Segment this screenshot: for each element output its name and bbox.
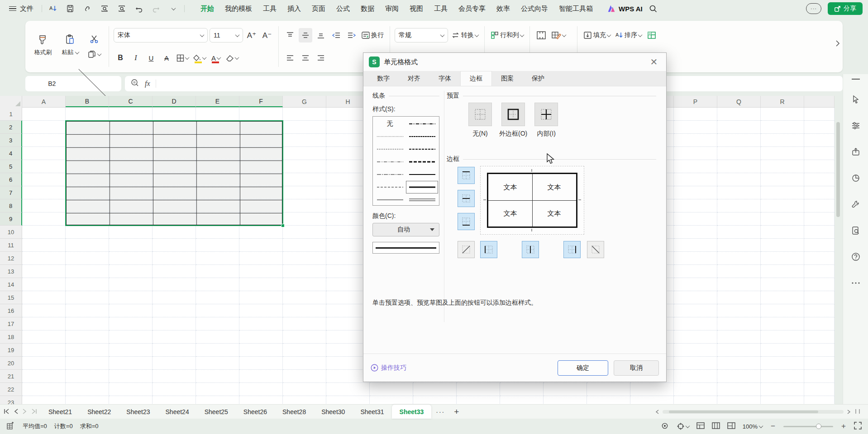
grid-cell[interactable] — [457, 383, 500, 396]
pin-icon[interactable] — [81, 3, 94, 14]
preset-outline[interactable]: 外边框(O) — [499, 103, 527, 138]
grid-cell[interactable] — [196, 147, 239, 160]
dialog-titlebar[interactable]: S 单元格格式 ✕ — [363, 53, 666, 71]
grid-cell[interactable] — [239, 147, 283, 160]
cell-style-button[interactable] — [550, 28, 567, 42]
horizontal-scrollbar[interactable] — [663, 410, 844, 414]
grid-cell[interactable] — [761, 265, 804, 278]
grid-cell[interactable] — [109, 344, 153, 357]
align-center-button[interactable] — [299, 51, 312, 65]
save-icon[interactable] — [64, 3, 76, 14]
wps-ai-button[interactable]: WPS AI — [607, 5, 643, 13]
grid-cell[interactable] — [370, 383, 413, 396]
sort-az-icon[interactable]: A — [47, 3, 59, 14]
dialog-tab-4[interactable]: 边框 — [460, 71, 492, 86]
column-header-C[interactable]: C — [109, 96, 153, 107]
grid-cell[interactable] — [196, 252, 239, 265]
grid-cell[interactable] — [239, 199, 283, 212]
grid-cell[interactable] — [717, 383, 761, 396]
grid-cell[interactable] — [66, 134, 109, 147]
grid-cell[interactable] — [109, 252, 153, 265]
grid-cell[interactable] — [153, 304, 196, 317]
line-style-option-right-1[interactable] — [406, 118, 438, 130]
sheet-tab-Sheet33[interactable]: Sheet33 — [392, 405, 432, 419]
grid-cell[interactable] — [66, 265, 109, 278]
zoom-level[interactable]: 100% — [743, 423, 763, 430]
grid-cell[interactable] — [66, 239, 109, 252]
grid-cell[interactable] — [717, 121, 761, 134]
normal-view-button[interactable] — [696, 422, 705, 430]
grid-cell[interactable] — [196, 121, 239, 134]
sheet-tab-Sheet26[interactable]: Sheet26 — [236, 405, 275, 419]
grid-cell[interactable] — [283, 357, 326, 370]
grid-cell[interactable] — [761, 121, 804, 134]
grid-cell[interactable] — [109, 278, 153, 291]
grid-cell[interactable] — [22, 396, 66, 404]
grid-cell[interactable] — [804, 252, 835, 265]
grid-cell[interactable] — [717, 357, 761, 370]
grid-cell[interactable] — [804, 160, 835, 173]
grid-cell[interactable] — [717, 330, 761, 344]
grid-cell[interactable] — [804, 226, 835, 239]
grid-cell[interactable] — [674, 186, 717, 199]
row-header-8[interactable]: 8 — [0, 199, 22, 212]
grid-cell[interactable] — [66, 317, 109, 330]
grid-cell[interactable] — [761, 304, 804, 317]
grid-cell[interactable] — [196, 265, 239, 278]
menu-tab-10[interactable]: 工具 — [429, 3, 453, 15]
grid-cell[interactable] — [717, 265, 761, 278]
zoom-slider[interactable] — [783, 426, 833, 427]
sheet-tab-Sheet31[interactable]: Sheet31 — [353, 405, 391, 419]
grid-cell[interactable] — [196, 212, 239, 226]
grid-cell[interactable] — [153, 357, 196, 370]
grid-cell[interactable] — [283, 108, 326, 121]
cursor-select-icon[interactable] — [848, 91, 864, 108]
redo-icon[interactable] — [150, 3, 162, 14]
grid-cell[interactable] — [66, 383, 109, 396]
grid-cell[interactable] — [22, 265, 66, 278]
grid-cell[interactable] — [761, 357, 804, 370]
grid-cell[interactable] — [761, 317, 804, 330]
document-search-icon[interactable] — [848, 222, 864, 239]
format-painter-button[interactable]: 格式刷 — [30, 24, 56, 67]
menu-tab-1[interactable]: 开始 — [196, 3, 219, 15]
last-sheet-button[interactable] — [31, 408, 37, 415]
grid-cell[interactable] — [66, 121, 109, 134]
grid-cell[interactable] — [717, 252, 761, 265]
grid-cell[interactable] — [66, 199, 109, 212]
decrease-font-button[interactable]: A⁻ — [260, 28, 274, 42]
next-sheet-button[interactable] — [23, 408, 27, 415]
line-style-option-right-5[interactable] — [406, 168, 438, 181]
line-style-option-right-4[interactable] — [406, 156, 438, 168]
grid-cell[interactable] — [804, 278, 835, 291]
grid-cell[interactable] — [761, 383, 804, 396]
preset-none-icon[interactable] — [468, 103, 492, 126]
column-header-D[interactable]: D — [153, 96, 196, 107]
grid-cell[interactable] — [22, 291, 66, 304]
grid-cell[interactable] — [153, 134, 196, 147]
grid-cell[interactable] — [66, 357, 109, 370]
sheet-tab-Sheet21[interactable]: Sheet21 — [41, 405, 80, 419]
grid-cell[interactable] — [196, 357, 239, 370]
grid-cell[interactable] — [544, 383, 587, 396]
grid-cell[interactable] — [66, 304, 109, 317]
row-header-14[interactable]: 14 — [0, 278, 22, 291]
help-icon[interactable] — [848, 249, 864, 265]
replace-icon[interactable] — [115, 3, 128, 14]
grid-cell[interactable] — [239, 186, 283, 199]
vertical-scrollbar[interactable] — [835, 99, 841, 401]
preset-inside[interactable]: 内部(I) — [534, 103, 558, 138]
grid-cell[interactable] — [804, 147, 835, 160]
grid-cell[interactable] — [804, 212, 835, 226]
grid-cell[interactable] — [761, 186, 804, 199]
grid-cell[interactable] — [804, 134, 835, 147]
grid-cell[interactable] — [674, 383, 717, 396]
column-header-B[interactable]: B — [66, 96, 109, 107]
fill-button[interactable]: 填充 — [582, 28, 612, 42]
grid-cell[interactable] — [674, 147, 717, 160]
zoom-out-button[interactable]: − — [770, 422, 776, 431]
align-bottom-button[interactable] — [314, 28, 328, 42]
grid-cell[interactable] — [761, 252, 804, 265]
grid-cell[interactable] — [761, 147, 804, 160]
font-color-button[interactable]: A — [209, 51, 223, 65]
